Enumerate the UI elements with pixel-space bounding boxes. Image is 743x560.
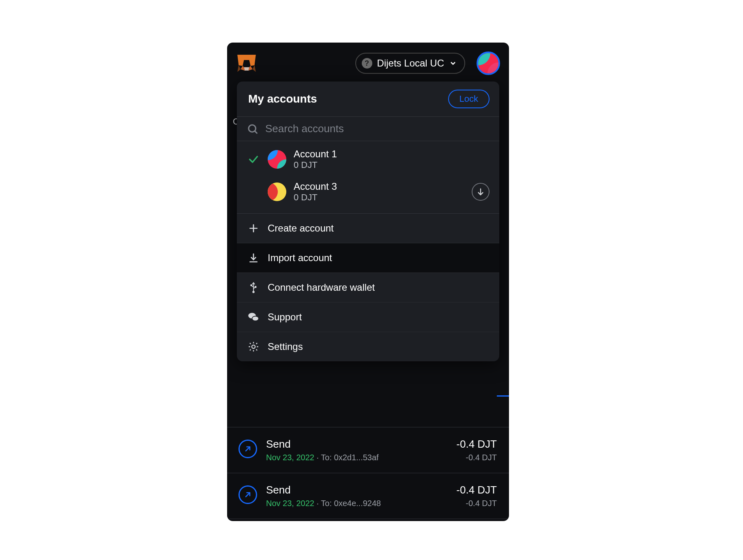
- dropdown-header: My accounts Lock: [237, 82, 499, 116]
- svg-point-17: [251, 285, 252, 286]
- wallet-header: ? Dijets Local UC: [227, 43, 509, 78]
- svg-marker-7: [253, 65, 256, 72]
- gear-icon: [247, 341, 260, 352]
- usb-icon: [247, 282, 260, 293]
- svg-marker-6: [237, 65, 241, 72]
- check-icon: [248, 154, 259, 165]
- chevron-down-icon: [449, 59, 457, 67]
- account-avatar: [268, 150, 286, 169]
- svg-marker-3: [244, 67, 249, 71]
- transaction-title: Send: [266, 438, 447, 451]
- account-avatar: [268, 182, 286, 201]
- transaction-body: Send Nov 23, 2022 · To: 0xe4e...9248: [266, 484, 447, 508]
- scroll-down-button[interactable]: [472, 183, 490, 201]
- menu-label: Connect hardware wallet: [268, 282, 375, 293]
- search-row: [237, 116, 499, 141]
- menu-label: Support: [268, 311, 302, 323]
- account-balance: 0 DJT: [294, 192, 337, 203]
- svg-rect-18: [255, 286, 256, 288]
- svg-marker-4: [241, 66, 245, 71]
- tab-indicator: [497, 395, 509, 397]
- download-icon: [247, 253, 260, 263]
- transaction-body: Send Nov 23, 2022 · To: 0x2d1...53af: [266, 438, 447, 462]
- transaction-item[interactable]: Send Nov 23, 2022 · To: 0x2d1...53af -0.…: [227, 427, 509, 473]
- transaction-title: Send: [266, 484, 447, 496]
- transaction-subtitle: Nov 23, 2022 · To: 0x2d1...53af: [266, 453, 447, 462]
- settings-item[interactable]: Settings: [237, 332, 499, 361]
- menu-label: Settings: [268, 341, 303, 352]
- network-label: Dijets Local UC: [377, 58, 444, 69]
- arrow-up-right-icon: [244, 491, 252, 499]
- search-input[interactable]: [265, 122, 490, 135]
- account-info: Account 3 0 DJT: [294, 181, 337, 203]
- transaction-amount-sub: -0.4 DJT: [456, 453, 497, 462]
- plus-icon: [247, 223, 260, 234]
- transaction-date: Nov 23, 2022: [266, 499, 314, 508]
- send-icon-circle: [238, 440, 257, 458]
- transaction-amount: -0.4 DJT: [456, 484, 497, 496]
- dropdown-title: My accounts: [248, 92, 317, 105]
- account-info: Account 1 0 DJT: [294, 148, 337, 170]
- account-name: Account 3: [294, 181, 337, 192]
- wallet-window: ? Dijets Local UC C My accounts Lock: [227, 43, 509, 521]
- transaction-amounts: -0.4 DJT -0.4 DJT: [456, 484, 497, 508]
- transaction-subtitle: Nov 23, 2022 · To: 0xe4e...9248: [266, 499, 447, 508]
- account-item[interactable]: Account 3 0 DJT: [237, 178, 499, 213]
- connect-hardware-item[interactable]: Connect hardware wallet: [237, 273, 499, 303]
- transaction-item[interactable]: Send Nov 23, 2022 · To: 0xe4e...9248 -0.…: [227, 473, 509, 519]
- svg-point-16: [253, 291, 254, 293]
- svg-point-20: [252, 316, 259, 321]
- transaction-date: Nov 23, 2022: [266, 453, 314, 462]
- svg-line-22: [246, 447, 250, 451]
- transaction-amounts: -0.4 DJT -0.4 DJT: [456, 438, 497, 462]
- svg-line-23: [246, 493, 250, 497]
- search-icon: [247, 123, 259, 135]
- transaction-list: Send Nov 23, 2022 · To: 0x2d1...53af -0.…: [227, 427, 509, 519]
- account-item[interactable]: Account 1 0 DJT: [237, 141, 499, 178]
- transaction-to: To: 0xe4e...9248: [321, 499, 381, 508]
- svg-point-8: [249, 125, 256, 132]
- support-item[interactable]: Support: [237, 303, 499, 332]
- account-balance: 0 DJT: [294, 160, 337, 170]
- arrow-down-icon: [476, 187, 485, 196]
- dropdown-menu: Create account Import account: [237, 213, 499, 361]
- accounts-dropdown: My accounts Lock Accoun: [237, 82, 499, 361]
- account-selected-check: [247, 154, 260, 165]
- create-account-item[interactable]: Create account: [237, 214, 499, 243]
- menu-label: Import account: [268, 252, 332, 264]
- import-account-item[interactable]: Import account: [237, 243, 499, 273]
- account-name: Account 1: [294, 148, 337, 160]
- transaction-amount: -0.4 DJT: [456, 438, 497, 451]
- svg-marker-5: [249, 66, 253, 71]
- send-icon-circle: [238, 485, 257, 504]
- arrow-up-right-icon: [244, 445, 252, 453]
- svg-line-9: [255, 131, 258, 133]
- transaction-to: To: 0x2d1...53af: [321, 453, 378, 462]
- network-selector[interactable]: ? Dijets Local UC: [355, 53, 465, 74]
- menu-label: Create account: [268, 223, 334, 234]
- chat-icon: [247, 311, 260, 323]
- svg-point-21: [252, 345, 255, 348]
- question-icon: ?: [362, 58, 372, 69]
- metamask-logo: [236, 53, 257, 74]
- transaction-amount-sub: -0.4 DJT: [456, 499, 497, 508]
- accounts-list: Account 1 0 DJT Account 3 0 DJT: [237, 141, 499, 213]
- profile-avatar[interactable]: [477, 51, 500, 75]
- lock-button[interactable]: Lock: [448, 90, 490, 108]
